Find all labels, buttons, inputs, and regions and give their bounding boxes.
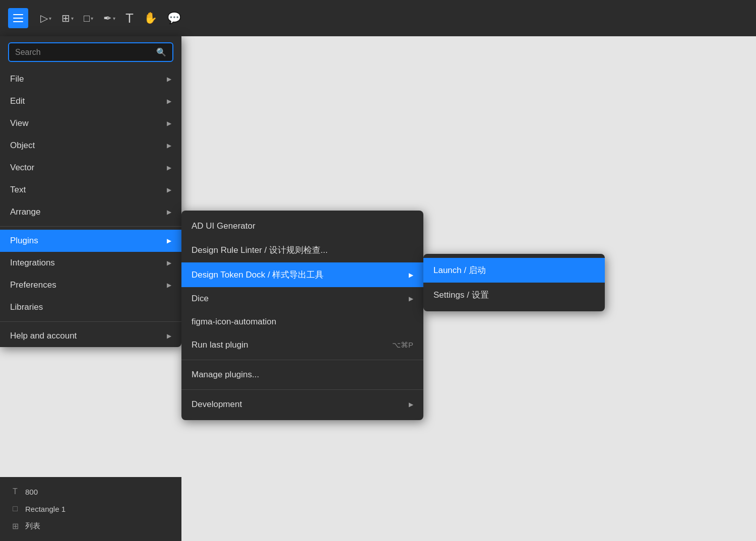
menu-item-text[interactable]: Text ▶ <box>0 179 181 201</box>
plugin-figma-icon-automation[interactable]: figma-icon-automation <box>181 310 423 333</box>
menu-divider-2 <box>0 321 181 322</box>
design-token-dock-submenu: Launch / 启动 Settings / 设置 <box>423 254 605 311</box>
layers-panel: T 800 □ Rectangle 1 ⊞ 列表 <box>0 477 181 541</box>
hand-tool-button[interactable]: ✋ <box>140 9 161 28</box>
plugins-arrow-icon: ▶ <box>167 237 171 244</box>
view-arrow-icon: ▶ <box>167 120 171 127</box>
plugin-ad-ui-generator[interactable]: AD UI Generator <box>181 215 423 238</box>
submenu-divider-2 <box>181 389 423 390</box>
toolbar-tools: ▷ ▾ ⊞ ▾ □ ▾ ✒ ▾ T ✋ 💬 <box>36 8 185 29</box>
menu-item-arrange[interactable]: Arrange ▶ <box>0 201 181 223</box>
object-arrow-icon: ▶ <box>167 142 171 149</box>
help-arrow-icon: ▶ <box>167 332 171 340</box>
vector-arrow-icon: ▶ <box>167 164 171 171</box>
text-layer-icon: T <box>10 487 20 496</box>
toolbar: ▷ ▾ ⊞ ▾ □ ▾ ✒ ▾ T ✋ 💬 <box>0 0 756 36</box>
design-token-arrow-icon: ▶ <box>409 272 413 279</box>
development-menu-item[interactable]: Development ▶ <box>181 393 423 416</box>
plugin-dice[interactable]: Dice ▶ <box>181 287 423 310</box>
frame-layer-icon: ⊞ <box>10 521 20 531</box>
menu-item-file[interactable]: File ▶ <box>0 68 181 90</box>
menu-item-preferences[interactable]: Preferences ▶ <box>0 274 181 296</box>
search-container: 🔍 <box>8 42 173 62</box>
manage-plugins[interactable]: Manage plugins... <box>181 363 423 386</box>
integrations-arrow-icon: ▶ <box>167 259 171 266</box>
text-tool-button[interactable]: T <box>121 8 138 29</box>
menu-item-plugins[interactable]: Plugins ▶ <box>0 230 181 252</box>
design-token-launch[interactable]: Launch / 启动 <box>423 258 605 283</box>
rect-layer-icon: □ <box>10 504 20 513</box>
menu-item-vector[interactable]: Vector ▶ <box>0 157 181 179</box>
search-input[interactable] <box>15 48 152 57</box>
frame-tool-button[interactable]: ⊞ ▾ <box>57 9 78 27</box>
menu-item-integrations[interactable]: Integrations ▶ <box>0 252 181 274</box>
hamburger-menu-button[interactable] <box>8 8 28 28</box>
arrange-arrow-icon: ▶ <box>167 209 171 216</box>
layer-item-800[interactable]: T 800 <box>0 483 181 500</box>
plugins-submenu: AD UI Generator Design Rule Linter / 设计规… <box>181 211 423 420</box>
search-box[interactable]: 🔍 <box>8 42 173 62</box>
file-arrow-icon: ▶ <box>167 76 171 83</box>
dice-arrow-icon: ▶ <box>409 295 413 302</box>
main-menu: 🔍 File ▶ Edit ▶ View ▶ Object ▶ Vector ▶… <box>0 36 181 347</box>
development-arrow-icon: ▶ <box>409 401 413 408</box>
layer-item-list[interactable]: ⊞ 列表 <box>0 517 181 535</box>
preferences-arrow-icon: ▶ <box>167 282 171 289</box>
menu-item-view[interactable]: View ▶ <box>0 112 181 134</box>
search-icon: 🔍 <box>156 47 166 57</box>
plugin-design-rule-linter[interactable]: Design Rule Linter / 设计规则检查... <box>181 238 423 262</box>
select-tool-button[interactable]: ▷ ▾ <box>36 9 55 27</box>
comment-tool-button[interactable]: 💬 <box>163 9 185 28</box>
design-token-settings[interactable]: Settings / 设置 <box>423 283 605 307</box>
pen-tool-button[interactable]: ✒ ▾ <box>99 9 119 27</box>
edit-arrow-icon: ▶ <box>167 98 171 105</box>
run-last-shortcut: ⌥⌘P <box>392 341 413 350</box>
text-arrow-icon: ▶ <box>167 186 171 193</box>
shape-tool-button[interactable]: □ ▾ <box>80 10 97 27</box>
menu-divider-1 <box>0 226 181 227</box>
plugin-design-token-dock[interactable]: Design Token Dock / 样式导出工具 ▶ <box>181 262 423 287</box>
plugin-run-last[interactable]: Run last plugin ⌥⌘P <box>181 333 423 357</box>
menu-item-libraries[interactable]: Libraries <box>0 296 181 318</box>
menu-item-edit[interactable]: Edit ▶ <box>0 90 181 112</box>
layer-item-rectangle1[interactable]: □ Rectangle 1 <box>0 500 181 517</box>
menu-item-object[interactable]: Object ▶ <box>0 134 181 157</box>
submenu-divider-1 <box>181 360 423 360</box>
menu-item-help[interactable]: Help and account ▶ <box>0 325 181 347</box>
